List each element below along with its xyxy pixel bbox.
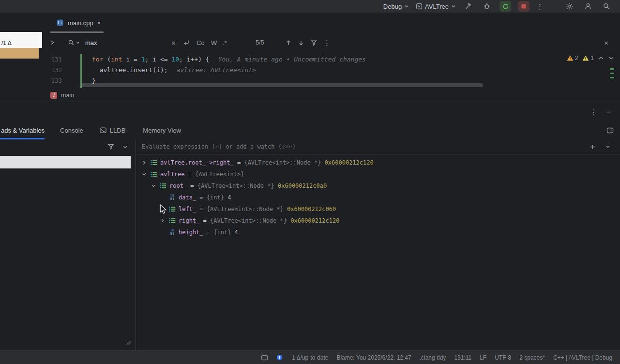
variable-row[interactable]: left_ = {AVLTree<int>::Node *} 0x6000021… — [136, 203, 620, 215]
warning-icon — [567, 55, 574, 61]
variable-name: root_ — [169, 182, 187, 189]
chevron-down-icon[interactable] — [605, 144, 610, 149]
resize-grip[interactable] — [126, 340, 132, 346]
next-problem-icon[interactable] — [608, 56, 614, 60]
workspace-icon[interactable] — [261, 354, 268, 361]
clear-search-icon[interactable]: × — [171, 33, 176, 52]
toolwindow-more-button[interactable]: ⋮ — [590, 108, 597, 116]
variable-row[interactable]: avlTree.root_->right_ = {AVLTree<int>::N… — [136, 157, 620, 168]
filter-icon[interactable] — [311, 33, 317, 52]
weak-warnings-badge[interactable]: 1 — [582, 55, 594, 61]
equals-sign: = — [203, 229, 214, 236]
match-case-toggle[interactable]: Cc — [197, 33, 204, 52]
search-more-button[interactable]: ⋮ — [323, 33, 331, 52]
tab-console[interactable]: Console — [58, 121, 85, 139]
inspections-widget[interactable]: 2 1 — [567, 55, 614, 61]
caret-position-widget[interactable]: 131:11 — [454, 354, 471, 361]
debug-tab-bar: ads & Variables Console LLDB Memory View — [0, 121, 620, 140]
variable-value: 0x60000212c120 — [287, 217, 339, 224]
variable-type: {AVLTree<int>::Node *} — [244, 159, 321, 166]
variable-row[interactable]: right_ = {AVLTree<int>::Node *} 0x600002… — [136, 215, 620, 227]
variable-row[interactable]: avlTree = {AVLTree<int>} — [136, 168, 620, 180]
line-number[interactable]: 132 — [43, 65, 62, 76]
variable-name: right_ — [179, 217, 199, 224]
line-ending-widget[interactable]: LF — [480, 354, 486, 361]
close-search-icon[interactable]: × — [604, 33, 608, 52]
previous-occurrence-icon[interactable] — [286, 33, 291, 52]
debug-profile-label: Debug — [383, 3, 402, 10]
close-icon[interactable]: × — [97, 19, 101, 27]
variable-type: {AVLTree<int>::Node *} — [207, 206, 284, 212]
code-editor[interactable]: 131for (int i = 1; i <= 10; i++) {You, A… — [43, 52, 620, 89]
indent-widget[interactable]: 2 spaces* — [519, 354, 545, 361]
profile-button[interactable] — [582, 1, 594, 12]
variable-value: 0x60000212c0a0 — [274, 182, 327, 189]
newline-icon[interactable] — [183, 33, 190, 52]
add-watch-icon[interactable] — [590, 144, 596, 150]
diff-overlay-label: /1 Δ — [1, 40, 12, 46]
hammer-icon — [465, 2, 472, 10]
equals-sign: = — [196, 194, 207, 201]
inline-hint: avlTree: AVLTree<int> — [177, 66, 256, 74]
variable-row[interactable]: 1001data_ = {int} 4 — [136, 192, 620, 203]
search-field-icon — [68, 33, 75, 52]
words-toggle[interactable]: W — [211, 33, 217, 52]
chevron-down-icon[interactable] — [151, 183, 159, 188]
line-number[interactable]: 133 — [43, 76, 62, 86]
tab-main-cpp[interactable]: C+ main.cpp × — [50, 13, 106, 33]
search-history-chevron-icon[interactable] — [76, 33, 80, 52]
line-number[interactable]: 131 — [43, 54, 62, 65]
rerun-button[interactable] — [499, 1, 511, 12]
regex-toggle[interactable]: .* — [223, 33, 227, 52]
highlighted-row[interactable] — [0, 48, 39, 59]
evaluate-row[interactable]: Evaluate expression (↩) or add a watch (… — [136, 139, 620, 154]
settings-button[interactable] — [564, 1, 575, 12]
evaluate-expression-input[interactable]: Evaluate expression (↩) or add a watch (… — [142, 139, 296, 154]
breadcrumb-item[interactable]: main — [61, 92, 74, 99]
tab-memory-view[interactable]: Memory View — [141, 121, 183, 139]
warnings-count: 2 — [575, 55, 578, 61]
toolbar-more-button[interactable]: ⋮ — [536, 3, 544, 10]
chevron-down-icon[interactable] — [123, 145, 127, 149]
layout-settings-icon[interactable] — [606, 121, 614, 139]
vcs-status-widget[interactable]: 1 Δ/up-to-date — [276, 341, 328, 364]
debug-profile-dropdown[interactable]: Debug — [383, 3, 409, 10]
clang-tidy-widget[interactable]: .clang-tidy — [420, 354, 446, 361]
weak-warnings-count: 1 — [590, 55, 594, 61]
search-everywhere-button[interactable] — [601, 1, 612, 12]
tab-label: main.cpp — [68, 19, 93, 27]
variable-type: {AVLTree<int>} — [195, 171, 244, 178]
equals-sign: = — [234, 159, 244, 166]
object-value-icon — [159, 182, 167, 190]
stop-button[interactable] — [518, 1, 529, 12]
build-button[interactable] — [463, 1, 474, 12]
warnings-badge[interactable]: 2 — [567, 55, 578, 61]
variable-row[interactable]: root_ = {AVLTree<int>::Node *} 0x6000021… — [136, 180, 620, 192]
chevron-right-icon[interactable] — [49, 33, 55, 52]
language-config-widget[interactable]: C++ | AVLTree | Debug — [553, 354, 612, 361]
tab-lldb[interactable]: LLDB — [98, 121, 128, 139]
debug-button[interactable] — [481, 1, 493, 12]
chevron-down-icon — [451, 4, 456, 9]
equals-sign: = — [196, 206, 207, 212]
gear-icon — [566, 2, 574, 10]
next-occurrence-icon[interactable] — [298, 33, 304, 52]
filter-icon[interactable] — [107, 143, 114, 150]
blame-widget[interactable]: Blame: You 2025/6/22, 12:47 — [337, 354, 411, 361]
tab-threads-variables[interactable]: ads & Variables — [0, 121, 46, 139]
chevron-right-icon[interactable] — [160, 218, 168, 223]
scrollbar-change-mark — [610, 73, 614, 74]
variable-row[interactable]: 1001height_ = {int} 4 — [136, 227, 620, 238]
minimize-icon[interactable] — [606, 109, 611, 115]
code-line[interactable]: 131for (int i = 1; i <= 10; i++) {You, A… — [43, 54, 620, 65]
code-line[interactable]: 132 avlTree.insert(i);avlTree: AVLTree<i… — [43, 65, 620, 76]
tab-label: Console — [60, 127, 83, 134]
run-config-dropdown[interactable]: AVLTree — [416, 3, 456, 10]
search-input[interactable]: max — [85, 33, 97, 52]
prev-problem-icon[interactable] — [598, 56, 604, 60]
encoding-widget[interactable]: UTF-8 — [495, 354, 511, 361]
chevron-down-icon[interactable] — [142, 172, 150, 177]
horizontal-scrollbar[interactable] — [81, 83, 483, 87]
selected-frame-row[interactable] — [0, 156, 131, 168]
chevron-right-icon[interactable] — [142, 160, 150, 165]
